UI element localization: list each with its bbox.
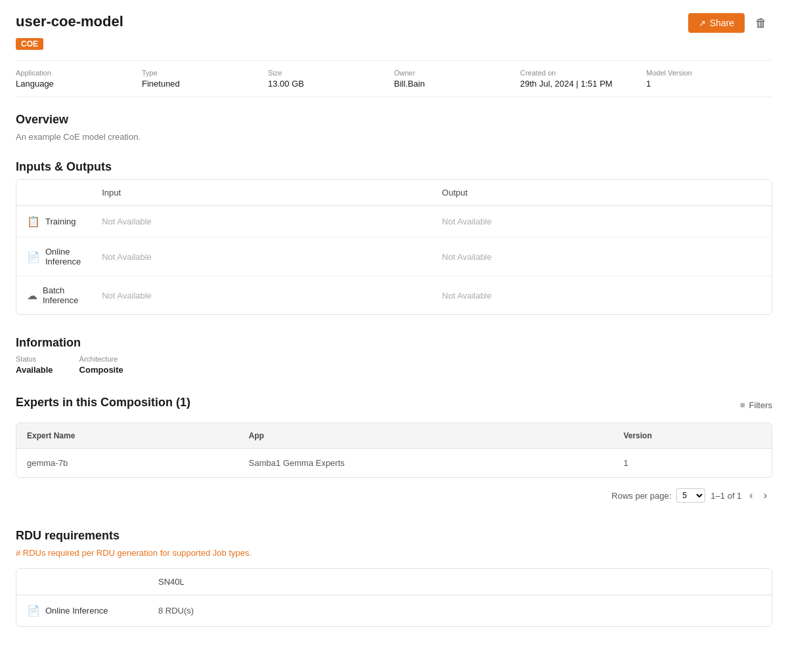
- delete-icon: 🗑: [755, 16, 767, 30]
- rdu-value-cell: 8 RDU(s): [148, 595, 772, 627]
- expert-app-col: App: [238, 423, 613, 449]
- version-label: Model Version: [646, 69, 772, 77]
- expert-name-cell: gemma-7b: [16, 449, 238, 478]
- info-status: Status Available: [16, 355, 53, 375]
- expert-version-cell: 1: [613, 449, 772, 478]
- information-title: Information: [16, 336, 772, 350]
- row-input-cell: Not Available: [91, 206, 431, 238]
- overview-section: Overview An example CoE model creation.: [16, 113, 772, 142]
- pagination-range: 1–1 of 1: [711, 491, 741, 501]
- overview-description: An example CoE model creation.: [16, 132, 772, 142]
- row-label-text: Batch Inference: [43, 285, 81, 305]
- filters-label: Filters: [749, 400, 772, 410]
- row-label-cell: 📄 Online Inference: [16, 238, 91, 276]
- overview-title: Overview: [16, 113, 772, 127]
- information-section: Information Status Available Architectur…: [16, 336, 772, 375]
- architecture-label: Architecture: [79, 355, 123, 363]
- pagination: Rows per page: 5 10 25 1–1 of 1 ‹ ›: [16, 483, 772, 508]
- experts-table: Expert Name App Version gemma-7b Samba1 …: [16, 423, 772, 478]
- created-label: Created on: [520, 69, 646, 77]
- rdu-label-col: [16, 569, 148, 595]
- owner-value: Bill.Bain: [394, 79, 520, 89]
- rdu-sn40l-col: SN40L: [148, 569, 772, 595]
- inputs-outputs-table: Input Output 📋 Training Not Available No…: [16, 179, 772, 315]
- row-output-cell: Not Available: [431, 276, 772, 315]
- filters-button[interactable]: ≡ Filters: [740, 400, 772, 410]
- experts-title: Experts in this Composition (1): [16, 396, 190, 410]
- created-value: 29th Jul, 2024 | 1:51 PM: [520, 79, 646, 89]
- info-grid: Status Available Architecture Composite: [16, 355, 772, 375]
- meta-owner: Owner Bill.Bain: [394, 69, 520, 89]
- architecture-value: Composite: [79, 365, 123, 375]
- next-page-button[interactable]: ›: [761, 488, 770, 503]
- experts-header: Experts in this Composition (1) ≡ Filter…: [16, 396, 772, 415]
- table-row: 📋 Training Not Available Not Available: [16, 206, 772, 238]
- rdu-row-label: Online Inference: [45, 606, 108, 616]
- col-empty: [16, 180, 91, 206]
- rdu-row-icon: 📄: [27, 604, 40, 617]
- table-row: 📄 Online Inference 8 RDU(s): [16, 595, 772, 627]
- row-icon: ☁: [27, 289, 37, 302]
- row-label-cell: ☁ Batch Inference: [16, 276, 91, 315]
- inputs-outputs-section: Inputs & Outputs Input Output 📋 Training: [16, 160, 772, 315]
- meta-application: Application Language: [16, 69, 142, 89]
- meta-size: Size 13.00 GB: [268, 69, 394, 89]
- meta-type: Type Finetuned: [142, 69, 268, 89]
- table-row: 📄 Online Inference Not Available Not Ava…: [16, 238, 772, 276]
- meta-created: Created on 29th Jul, 2024 | 1:51 PM: [520, 69, 646, 89]
- type-value: Finetuned: [142, 79, 268, 89]
- type-label: Type: [142, 69, 268, 77]
- model-title: user-coe-model: [16, 13, 123, 30]
- rdu-section: RDU requirements # RDUs required per RDU…: [16, 529, 772, 627]
- rdu-title: RDU requirements: [16, 529, 772, 543]
- row-label-text: Online Inference: [45, 247, 81, 266]
- status-value: Available: [16, 365, 53, 375]
- table-row: ☁ Batch Inference Not Available Not Avai…: [16, 276, 772, 315]
- owner-label: Owner: [394, 69, 520, 77]
- delete-button[interactable]: 🗑: [750, 14, 772, 33]
- rdu-label-cell: 📄 Online Inference: [16, 595, 148, 627]
- experts-section: Experts in this Composition (1) ≡ Filter…: [16, 396, 772, 508]
- meta-row: Application Language Type Finetuned Size…: [16, 60, 772, 97]
- col-input-header: Input: [91, 180, 431, 206]
- header-actions: ↗ Share 🗑: [688, 13, 772, 33]
- version-value: 1: [646, 79, 772, 89]
- inputs-outputs-title: Inputs & Outputs: [16, 160, 772, 174]
- expert-name-col: Expert Name: [16, 423, 238, 449]
- row-label-cell: 📋 Training: [16, 206, 91, 238]
- filter-icon: ≡: [740, 400, 745, 410]
- size-label: Size: [268, 69, 394, 77]
- expert-app-cell: Samba1 Gemma Experts: [238, 449, 613, 478]
- expert-version-col: Version: [613, 423, 772, 449]
- row-input-cell: Not Available: [91, 276, 431, 315]
- application-label: Application: [16, 69, 142, 77]
- coe-badge: COE: [16, 38, 43, 50]
- row-icon: 📄: [27, 251, 40, 263]
- col-output-header: Output: [431, 180, 772, 206]
- share-icon: ↗: [699, 18, 706, 28]
- rows-per-page-select[interactable]: 5 10 25: [676, 488, 705, 503]
- row-output-cell: Not Available: [431, 238, 772, 276]
- row-label-text: Training: [45, 217, 76, 226]
- info-architecture: Architecture Composite: [79, 355, 123, 375]
- share-button[interactable]: ↗ Share: [688, 13, 745, 33]
- status-label: Status: [16, 355, 53, 363]
- row-icon: 📋: [27, 215, 40, 228]
- share-label: Share: [710, 18, 734, 28]
- rdu-subtitle: # RDUs required per RDU generation for s…: [16, 548, 772, 558]
- rdu-table: SN40L 📄 Online Inference 8 RDU(s): [16, 568, 772, 627]
- row-input-cell: Not Available: [91, 238, 431, 276]
- size-value: 13.00 GB: [268, 79, 394, 89]
- meta-version: Model Version 1: [646, 69, 772, 89]
- rows-per-page-label: Rows per page:: [611, 491, 671, 501]
- prev-page-button[interactable]: ‹: [747, 488, 755, 503]
- application-value: Language: [16, 79, 142, 89]
- row-output-cell: Not Available: [431, 206, 772, 238]
- table-row: gemma-7b Samba1 Gemma Experts 1: [16, 449, 772, 478]
